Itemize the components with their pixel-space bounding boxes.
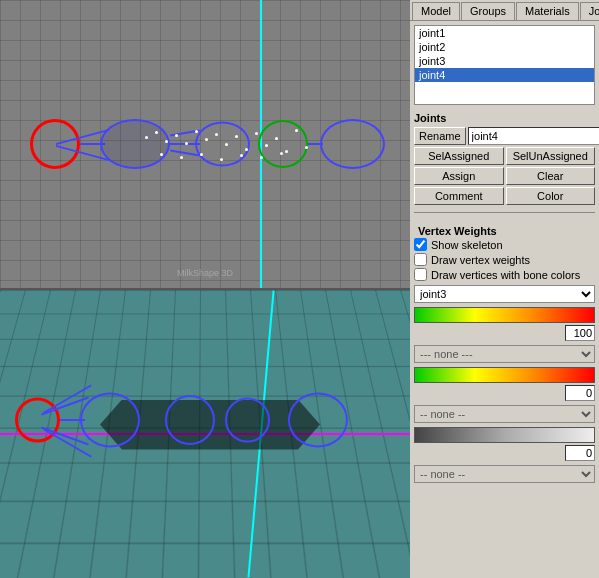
vertex-dot [220, 158, 223, 161]
divider-1 [414, 212, 595, 213]
vertex-dot [165, 140, 168, 143]
joint-blue-b4 [288, 392, 348, 447]
left-panel: MilkShape 3D [0, 0, 410, 578]
right-panel: Model Groups Materials Joints joint1 joi… [410, 0, 599, 578]
skeleton-top [20, 104, 390, 184]
show-skeleton-row: Show skeleton [414, 238, 595, 251]
draw-vertex-checkbox[interactable] [414, 253, 427, 266]
gradient-bar-1 [414, 307, 595, 323]
draw-bone-checkbox[interactable] [414, 268, 427, 281]
value-row-2 [414, 385, 595, 401]
joint-item-2[interactable]: joint2 [415, 40, 594, 54]
show-skeleton-label: Show skeleton [431, 239, 503, 251]
weight-value-1[interactable] [565, 325, 595, 341]
joint-item-4[interactable]: joint4 [415, 68, 594, 82]
skeleton-bottom [10, 370, 400, 470]
vertex-dot [280, 152, 283, 155]
vertex-dot [215, 133, 218, 136]
vertex-weights-section: Vertex Weights Show skeleton Draw vertex… [410, 220, 599, 487]
show-skeleton-checkbox[interactable] [414, 238, 427, 251]
tab-materials[interactable]: Materials [516, 2, 579, 20]
vertex-dot [295, 129, 298, 132]
joint-name-input[interactable] [468, 127, 599, 145]
rename-row: Rename [414, 127, 595, 145]
vertex-dot [275, 137, 278, 140]
draw-vertex-row: Draw vertex weights [414, 253, 595, 266]
sel-row: SelAssigned SelUnAssigned [414, 147, 595, 165]
draw-bone-row: Draw vertices with bone colors [414, 268, 595, 281]
rename-button[interactable]: Rename [414, 127, 466, 145]
sel-unassigned-button[interactable]: SelUnAssigned [506, 147, 596, 165]
tabs-bar: Model Groups Materials Joints [410, 0, 599, 21]
joint-dropdown-4[interactable]: -- none -- [414, 465, 595, 483]
vertex-dot [260, 156, 263, 159]
vertex-dot [235, 135, 238, 138]
vertex-dot [240, 154, 243, 157]
joints-section-label: Joints [410, 109, 599, 125]
weight-value-3[interactable] [565, 445, 595, 461]
gradient-bar-2 [414, 367, 595, 383]
gradient-bar-3 [414, 427, 595, 443]
joint-blue-b3 [225, 397, 270, 442]
comment-button[interactable]: Comment [414, 187, 504, 205]
value-row-1 [414, 325, 595, 341]
tab-model[interactable]: Model [412, 2, 460, 20]
vertex-dot [195, 130, 198, 133]
joints-controls: Rename SelAssigned SelUnAssigned Assign … [410, 125, 599, 209]
joints-list[interactable]: joint1 joint2 joint3 joint4 [414, 25, 595, 105]
value-row-3 [414, 445, 595, 461]
sel-assigned-button[interactable]: SelAssigned [414, 147, 504, 165]
draw-bone-label: Draw vertices with bone colors [431, 269, 580, 281]
vertex-dot [285, 150, 288, 153]
joint-blue-b2 [165, 395, 215, 445]
vertex-dot [185, 142, 188, 145]
vertex-dot [225, 143, 228, 146]
comment-row: Comment Color [414, 187, 595, 205]
joint-dropdown-3[interactable]: -- none -- [414, 405, 595, 423]
vertex-dot [205, 138, 208, 141]
joint-blue-3 [320, 119, 385, 169]
main-layout: MilkShape 3D [0, 0, 599, 578]
vertex-dot [180, 156, 183, 159]
vertex-dot [265, 144, 268, 147]
tab-joints[interactable]: Joints [580, 2, 599, 20]
clear-button[interactable]: Clear [506, 167, 596, 185]
vertex-dot [145, 136, 148, 139]
tab-groups[interactable]: Groups [461, 2, 515, 20]
vertex-dot [245, 148, 248, 151]
vertex-cloud [140, 128, 320, 163]
joint-item-3[interactable]: joint3 [415, 54, 594, 68]
assign-row: Assign Clear [414, 167, 595, 185]
viewport-bottom[interactable] [0, 290, 410, 578]
vertex-dot [160, 153, 163, 156]
joint-dropdown-2[interactable]: --- none --- [414, 345, 595, 363]
vertex-weights-label: Vertex Weights [414, 222, 595, 238]
vertex-dot [255, 132, 258, 135]
weight-value-2[interactable] [565, 385, 595, 401]
joint-blue-b1 [80, 392, 140, 447]
vertex-dot [200, 153, 203, 156]
draw-vertex-label: Draw vertex weights [431, 254, 530, 266]
assign-button[interactable]: Assign [414, 167, 504, 185]
vertex-dot [155, 131, 158, 134]
vertex-dot [175, 134, 178, 137]
joint-dropdown-1[interactable]: joint3 [414, 285, 595, 303]
color-button[interactable]: Color [506, 187, 596, 205]
viewport-top[interactable]: MilkShape 3D [0, 0, 410, 290]
joint-item-1[interactable]: joint1 [415, 26, 594, 40]
vertex-dot [305, 146, 308, 149]
